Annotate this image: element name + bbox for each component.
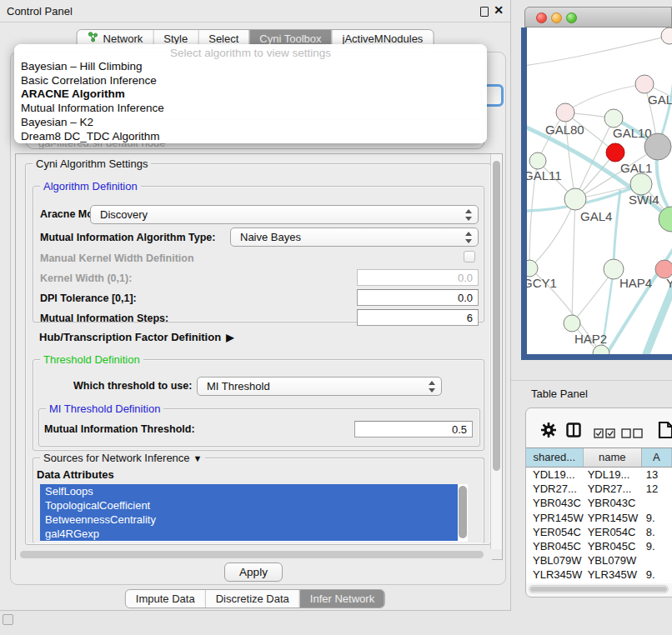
- cell-value: 9.: [642, 568, 672, 582]
- table-row[interactable]: YBR043C YBR043C: [526, 496, 672, 510]
- cell-shared-name: YBR043C: [526, 496, 584, 510]
- unchecked-columns-icon[interactable]: [621, 427, 643, 442]
- cell-shared-name: YDL19...: [526, 468, 584, 482]
- apply-button[interactable]: Apply: [224, 562, 283, 582]
- network-node[interactable]: [529, 152, 546, 169]
- algorithm-option[interactable]: Basic Correlation Inference: [14, 74, 487, 88]
- dpi-tolerance-input[interactable]: 0.0: [357, 289, 479, 306]
- cell-name: YBL079W: [584, 553, 642, 568]
- data-attribute-item[interactable]: gal4RGexp: [40, 527, 458, 541]
- mi-threshold-group-title: MI Threshold Definition: [46, 402, 163, 415]
- cell-shared-name: YER054C: [526, 525, 584, 539]
- column-header-partial[interactable]: A: [642, 448, 672, 467]
- table-row[interactable]: YDR27... YDR27... 12: [526, 482, 672, 496]
- list-scrollbar-thumb[interactable]: [459, 486, 467, 538]
- settings-horizontal-scrollbar[interactable]: [16, 549, 492, 561]
- checked-columns-icon[interactable]: [594, 427, 615, 442]
- scrollbar-thumb[interactable]: [493, 161, 500, 471]
- network-node[interactable]: [564, 188, 586, 210]
- table-row[interactable]: YBR045C YBR045C 9.: [526, 539, 672, 553]
- network-node[interactable]: [644, 133, 671, 160]
- column-header-name[interactable]: name: [584, 448, 642, 467]
- cell-name: YBR043C: [584, 496, 642, 510]
- network-node-label: Y: [666, 276, 672, 290]
- table-row[interactable]: YER054C YER054C 8.: [526, 525, 672, 539]
- settings-vertical-scrollbar[interactable]: [490, 154, 502, 549]
- network-node[interactable]: [661, 28, 672, 44]
- manual-kernel-label: Manual Kernel Width Definition: [40, 252, 194, 264]
- algorithm-option[interactable]: Bayesian – Hill Climbing: [14, 60, 487, 74]
- table-horizontal-scrollbar[interactable]: [529, 585, 669, 593]
- table-header: shared... name A: [526, 448, 672, 468]
- algorithm-option[interactable]: Mutual Information Inference: [14, 102, 487, 116]
- table-body: YDL19... YDL19... 13 YDR27... YDR27... 1…: [526, 468, 672, 583]
- bottom-tab[interactable]: Infer Network: [299, 590, 384, 608]
- network-node-label: GAL11: [527, 168, 562, 182]
- gear-icon[interactable]: [540, 422, 557, 442]
- bottom-tab[interactable]: Impute Data: [126, 590, 205, 608]
- cell-shared-name: YBR045C: [526, 539, 584, 553]
- collapse-down-icon: ▼: [193, 453, 203, 463]
- network-node[interactable]: [604, 109, 623, 128]
- algorithm-dropdown-prompt: Select algorithm to view settings: [14, 47, 487, 59]
- network-window-titlebar[interactable]: [524, 7, 672, 28]
- network-node[interactable]: [606, 143, 624, 162]
- algorithm-definition-title: Algorithm Definition: [40, 180, 141, 192]
- mi-steps-input[interactable]: 6: [357, 309, 479, 326]
- algorithm-definition-group: Algorithm Definition Aracne Mode: Discov…: [33, 186, 484, 322]
- column-header-shared-name[interactable]: shared...: [526, 448, 584, 467]
- scrollbar-thumb[interactable]: [530, 587, 667, 592]
- table-row[interactable]: YLR345W YLR345W 9.: [526, 568, 672, 582]
- mi-threshold-value: 0.5: [452, 422, 467, 438]
- network-node-label: GAL1: [620, 161, 652, 175]
- which-threshold-select[interactable]: MI Threshold: [197, 377, 442, 396]
- network-node[interactable]: [635, 75, 654, 93]
- aracne-mode-select[interactable]: Discovery: [90, 205, 479, 224]
- which-threshold-label: Which threshold to use:: [73, 380, 192, 392]
- mi-algorithm-type-select[interactable]: Naive Bayes: [230, 228, 479, 247]
- export-table-icon[interactable]: [658, 421, 672, 442]
- table-row[interactable]: YPR145W YPR145W 9.: [526, 511, 672, 525]
- manual-kernel-checkbox[interactable]: [464, 251, 475, 262]
- algorithm-option[interactable]: Dream8 DC_TDC Algorithm: [14, 130, 487, 144]
- cell-value: 8.: [642, 525, 672, 539]
- table-row[interactable]: YDL19... YDL19... 13: [526, 468, 672, 482]
- cell-name: YLR345W: [584, 568, 642, 582]
- cell-value: [642, 553, 672, 568]
- zoom-traffic-light[interactable]: [566, 12, 577, 23]
- network-canvas[interactable]: GALGAL80GAL10GAL11GAL1SWI4GAL4GCY1HAP4YH…: [527, 28, 672, 354]
- sources-group-title[interactable]: Sources for Network Inference▼: [40, 452, 205, 464]
- table-row[interactable]: YIL052C YIL052C 9: [526, 582, 672, 584]
- mi-threshold-input[interactable]: 0.5: [354, 421, 473, 438]
- sources-label: Sources for Network Inference: [43, 452, 190, 464]
- close-icon[interactable]: ✕: [494, 3, 504, 17]
- data-attribute-item[interactable]: TopologicalCoefficient: [40, 498, 458, 512]
- hub-definition-label: Hub/Transcription Factor Definition: [39, 331, 221, 343]
- dock-handle-icon[interactable]: [3, 614, 13, 625]
- network-node[interactable]: [564, 315, 580, 332]
- float-window-icon[interactable]: [480, 7, 489, 17]
- kernel-width-input[interactable]: 0.0: [357, 269, 479, 286]
- data-attribute-item[interactable]: BetweennessCentrality: [40, 512, 458, 527]
- network-node-label: GAL80: [545, 122, 584, 137]
- bottom-tab-label: Discretize Data: [216, 590, 289, 608]
- bottom-tab[interactable]: Discretize Data: [205, 590, 299, 608]
- algorithm-option[interactable]: ARACNE Algorithm: [14, 88, 487, 102]
- table-row[interactable]: YBL079W YBL079W: [526, 553, 672, 568]
- combo-spinner-icon: [465, 232, 472, 243]
- mi-algorithm-type-label: Mutual Information Algorithm Type:: [40, 232, 215, 243]
- network-node[interactable]: [556, 103, 574, 122]
- minimize-traffic-light[interactable]: [551, 12, 562, 23]
- cell-name: YDR27...: [584, 482, 642, 496]
- data-attribute-item[interactable]: SelfLoops: [40, 484, 458, 498]
- hub-definition-toggle[interactable]: Hub/Transcription Factor Definition▶: [39, 331, 233, 343]
- close-traffic-light[interactable]: [536, 12, 547, 23]
- algorithm-option[interactable]: Bayesian – K2: [14, 116, 487, 130]
- scrollbar-thumb[interactable]: [20, 551, 484, 558]
- column-view-icon[interactable]: [566, 422, 581, 441]
- network-node[interactable]: [593, 345, 609, 354]
- cell-value: 13: [642, 468, 672, 482]
- network-node-label: SWI4: [629, 192, 659, 207]
- cell-name: YPR145W: [584, 511, 642, 525]
- combo-spinner-icon: [429, 381, 435, 392]
